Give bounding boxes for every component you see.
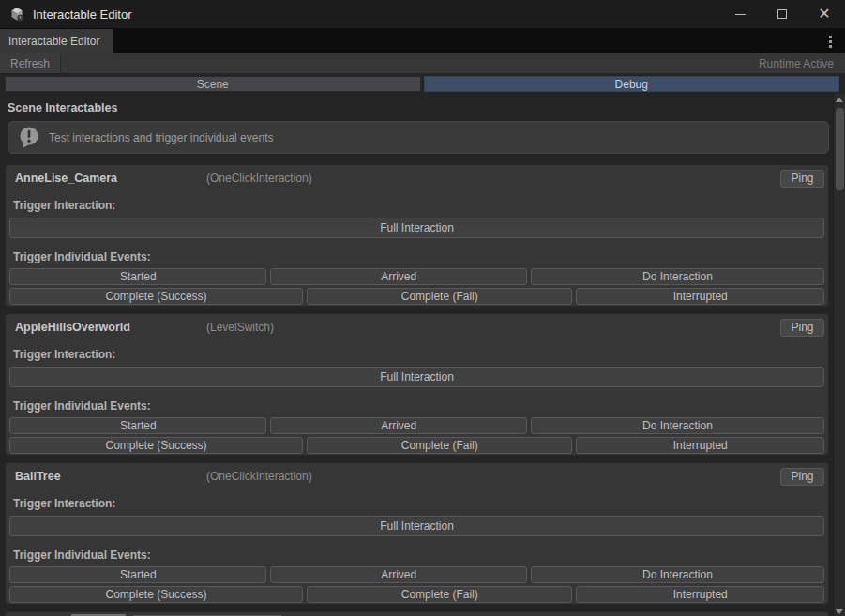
trigger-interaction-label: Trigger Interaction: — [13, 348, 824, 361]
card-header: AppleHillsOverworld (LevelSwitch) Ping — [9, 318, 824, 337]
minimize-icon — [735, 14, 746, 15]
maximize-icon — [777, 9, 787, 19]
arrow-up-icon — [836, 98, 843, 102]
event-button-row-2: Complete (Success) Complete (Fail) Inter… — [9, 288, 824, 305]
event-button-row-2: Complete (Success) Complete (Fail) Inter… — [9, 437, 824, 454]
full-interaction-button[interactable]: Full Interaction — [9, 516, 824, 536]
view-tabs: Scene Debug — [5, 76, 839, 92]
help-text: Test interactions and trigger individual… — [49, 131, 273, 144]
do-interaction-button[interactable]: Do Interaction — [531, 268, 824, 285]
ping-button[interactable]: Ping — [780, 319, 824, 337]
started-button[interactable]: Started — [9, 417, 266, 434]
scroll-up-button[interactable] — [834, 94, 845, 105]
started-button[interactable]: Started — [9, 268, 266, 285]
do-interaction-button[interactable]: Do Interaction — [531, 417, 824, 434]
complete-success-button[interactable]: Complete (Success) — [9, 586, 303, 603]
trigger-events-label: Trigger Individual Events: — [13, 250, 824, 263]
window-title: Interactable Editor — [33, 8, 132, 22]
interactable-card: AnneLise_Camera (OneClickInteraction) Pi… — [5, 164, 829, 307]
complete-fail-button[interactable]: Complete (Fail) — [307, 437, 572, 454]
interactable-type: (OneClickInteraction) — [206, 470, 312, 483]
full-interaction-button[interactable]: Full Interaction — [9, 367, 824, 387]
arrow-down-icon — [836, 609, 843, 614]
interactable-card: BallTree (OneClickInteraction) Ping Trig… — [5, 462, 829, 605]
event-button-row-1: Started Arrived Do Interaction — [9, 268, 824, 285]
minimize-button[interactable] — [725, 1, 755, 27]
scrollbar-thumb[interactable] — [836, 108, 844, 190]
interactable-name: AnneLise_Camera — [15, 172, 206, 185]
trigger-interaction-label: Trigger Interaction: — [13, 497, 824, 510]
event-button-row-1: Started Arrived Do Interaction — [9, 417, 824, 434]
interactable-editor-window: Interactable Editor ✕ Interactable Edito… — [0, 0, 845, 616]
trigger-events-label: Trigger Individual Events: — [13, 548, 824, 562]
complete-fail-button[interactable]: Complete (Fail) — [307, 288, 572, 305]
info-icon — [18, 126, 40, 149]
interactable-type: (OneClickInteraction) — [206, 172, 312, 185]
do-interaction-button[interactable]: Do Interaction — [531, 566, 824, 583]
maximize-button[interactable] — [767, 1, 797, 27]
refresh-button[interactable]: Refresh — [0, 53, 61, 73]
window-controls: ✕ — [713, 1, 845, 27]
page-title: Scene Interactables — [8, 101, 833, 114]
scroll-area: Scene Interactables Test interactions an… — [0, 94, 845, 616]
full-interaction-button[interactable]: Full Interaction — [9, 218, 824, 238]
interrupted-button[interactable]: Interrupted — [576, 437, 824, 454]
titlebar: Interactable Editor ✕ — [0, 0, 845, 28]
card-header: BallTree (OneClickInteraction) Ping — [9, 467, 824, 486]
trigger-events-label: Trigger Individual Events: — [13, 399, 824, 413]
complete-fail-button[interactable]: Complete (Fail) — [307, 586, 572, 603]
clipped-next-section — [5, 611, 829, 616]
scroll-down-button[interactable] — [834, 606, 845, 616]
arrived-button[interactable]: Arrived — [270, 268, 526, 285]
editor-tab-strip: Interactable Editor — [0, 28, 845, 53]
toolbar-spacer — [61, 53, 759, 73]
interactable-card: AppleHillsOverworld (LevelSwitch) Ping T… — [5, 313, 829, 456]
event-button-row-1: Started Arrived Do Interaction — [9, 566, 824, 583]
help-box: Test interactions and trigger individual… — [8, 121, 829, 154]
tab-interactable-editor[interactable]: Interactable Editor — [0, 29, 113, 53]
cube-icon — [9, 7, 24, 22]
close-icon: ✕ — [818, 7, 830, 22]
ping-button[interactable]: Ping — [780, 468, 824, 486]
ping-button[interactable]: Ping — [780, 170, 824, 188]
interactable-name: BallTree — [15, 470, 206, 483]
scene-interactables-panel: Scene Interactables Test interactions an… — [0, 94, 833, 616]
interactable-name: AppleHillsOverworld — [15, 321, 206, 334]
trigger-interaction-label: Trigger Interaction: — [13, 199, 824, 212]
kebab-menu-icon[interactable] — [823, 34, 837, 49]
complete-success-button[interactable]: Complete (Success) — [9, 437, 303, 454]
arrived-button[interactable]: Arrived — [270, 417, 526, 434]
event-button-row-2: Complete (Success) Complete (Fail) Inter… — [9, 586, 824, 603]
interrupted-button[interactable]: Interrupted — [576, 288, 824, 305]
toolbar: Refresh Runtime Active — [0, 53, 845, 74]
tab-debug[interactable]: Debug — [424, 76, 840, 92]
card-header: AnneLise_Camera (OneClickInteraction) Pi… — [9, 169, 824, 188]
complete-success-button[interactable]: Complete (Success) — [9, 288, 303, 305]
arrived-button[interactable]: Arrived — [270, 566, 526, 583]
interactable-list: AnneLise_Camera (OneClickInteraction) Pi… — [0, 164, 833, 605]
runtime-active-label: Runtime Active — [759, 57, 845, 70]
tab-scene[interactable]: Scene — [5, 76, 421, 92]
close-button[interactable]: ✕ — [809, 1, 839, 27]
interactable-type: (LevelSwitch) — [206, 321, 274, 334]
started-button[interactable]: Started — [9, 566, 266, 583]
vertical-scrollbar[interactable] — [833, 94, 845, 616]
interrupted-button[interactable]: Interrupted — [576, 586, 824, 603]
